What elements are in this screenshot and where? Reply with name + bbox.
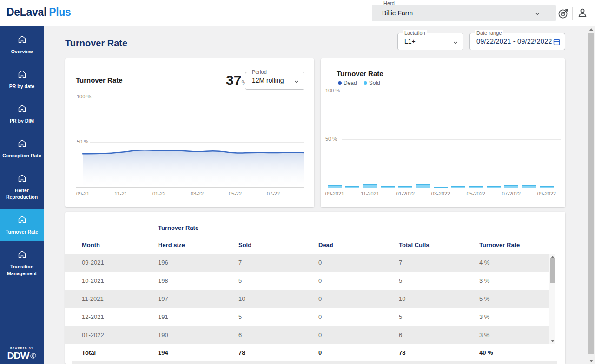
calendar-icon[interactable] (553, 38, 561, 48)
x-tick-label: 07-22 (267, 191, 280, 196)
sidebar-item-conception-rate[interactable]: Conception Rate (0, 133, 44, 165)
total-cell: 40 % (479, 349, 549, 356)
bar-09-2022 (540, 186, 554, 188)
logo-delaval: DeLaval (7, 6, 46, 18)
x-tick-label: 09-21 (76, 191, 89, 196)
table-cell: 3 % (479, 332, 549, 338)
sidebar-item-label: Transition Management (1, 263, 42, 277)
scroll-down-button[interactable] (549, 338, 555, 344)
sidebar-nav: OverviewPR by datePR by DIMConception Ra… (0, 26, 44, 364)
sidebar-item-transition-management[interactable]: Transition Management (0, 244, 44, 282)
legend-item-dead[interactable]: Dead (338, 80, 357, 86)
table-header-row: MonthHerd sizeSoldDeadTotal CullsTurnove… (65, 236, 549, 254)
date-range-picker[interactable]: Date range 09/22/2021 - 09/22/2022 (469, 33, 565, 50)
table-row-11-2021: 11-2021197100105 % (65, 290, 549, 308)
period-label: Period (250, 69, 269, 75)
x-tick-label: 11-2021 (361, 191, 379, 196)
account-icon[interactable] (576, 7, 588, 21)
sidebar-item-turnover-rate[interactable]: Turnover Rate (0, 209, 44, 241)
sidebar-item-pr-by-date[interactable]: PR by date (0, 64, 44, 96)
table-cell: 09-2021 (82, 259, 158, 266)
sidebar-item-label: PR by DIM (10, 117, 34, 124)
x-tick-label: 09-2021 (325, 191, 344, 196)
sidebar-item-pr-by-dim[interactable]: PR by DIM (0, 98, 44, 130)
table-row-01-2022: 01-20221906063 % (65, 326, 549, 344)
table-cell: 5 (399, 277, 479, 284)
page-scrollbar[interactable] (588, 26, 595, 364)
total-cell: Total (82, 349, 158, 356)
table-cell: 6 (238, 332, 318, 338)
scroll-up-button[interactable] (588, 26, 595, 32)
herd-select[interactable]: Billie Farm (372, 5, 556, 21)
x-tick-label: 03-22 (191, 191, 204, 196)
app-logo: DeLavalPlus (7, 6, 71, 19)
table-body: 09-20211967074 %10-20211985053 %11-20211… (65, 254, 549, 344)
table-cell: 191 (158, 313, 238, 320)
sidebar-item-label: Heifer Reproduction (1, 187, 42, 201)
column-header-total-culls: Total Culls (399, 241, 479, 248)
table-cell: 10 (238, 295, 318, 302)
bar-05-2022 (469, 186, 483, 188)
table-cell: 10-2021 (82, 277, 158, 284)
bar-card-title: Turnover Rate (337, 70, 383, 78)
table-cell: 5 (399, 313, 479, 320)
table-cell: 196 (158, 259, 238, 266)
goals-target-icon[interactable] (557, 7, 570, 21)
table-bottom-strip (72, 361, 557, 364)
table-scrollbar[interactable] (549, 254, 555, 344)
table-cell: 0 (318, 259, 399, 266)
turnover-table-card: Turnover Rate MonthHerd sizeSoldDeadTota… (65, 212, 565, 364)
chevron-down-icon (294, 78, 299, 86)
legend-label: Dead (344, 80, 357, 86)
table-cell: 01-2022 (82, 332, 158, 338)
legend-dot (338, 81, 342, 85)
header-divider (572, 6, 573, 20)
x-tick-label: 05-2022 (467, 191, 485, 196)
x-tick-label: 03-2022 (431, 191, 450, 196)
bar-07-2022 (504, 185, 518, 188)
column-header-turnover-rate: Turnover Rate (479, 241, 549, 248)
date-range-value: 09/22/2021 - 09/22/2022 (476, 38, 552, 45)
table-cell: 3 % (479, 277, 549, 284)
x-tick-label: 07-2022 (502, 191, 521, 196)
table-cell: 0 (318, 295, 399, 302)
scrollbar-thumb[interactable] (588, 33, 594, 354)
scrollbar-thumb[interactable] (550, 258, 555, 283)
column-header-sold: Sold (238, 241, 318, 248)
lactation-select[interactable]: Lactation L1+ (397, 33, 463, 50)
table-cell: 198 (158, 277, 238, 284)
top-bar: DeLavalPlus Herd Billie Farm (0, 0, 595, 26)
logo-plus: Plus (49, 6, 71, 18)
line-chart (77, 97, 304, 188)
bar-02-2022 (416, 184, 430, 188)
x-tick-label: 11-21 (114, 191, 127, 196)
legend-item-sold[interactable]: Sold (364, 80, 380, 86)
legend-dot (364, 81, 367, 85)
home-icon (17, 69, 27, 81)
lactation-value: L1+ (404, 38, 416, 45)
table-row-09-2021: 09-20211967074 % (65, 254, 549, 272)
period-select[interactable]: Period 12M rolling (245, 72, 304, 90)
table-row-12-2021: 12-20211915053 % (65, 308, 549, 326)
chevron-down-icon (453, 39, 458, 47)
home-icon (17, 214, 27, 226)
home-icon (17, 173, 27, 185)
sidebar-item-overview[interactable]: Overview (0, 29, 44, 61)
table-cell: 0 (318, 277, 399, 284)
kpi-value: 37 (226, 72, 241, 88)
chart-legend: DeadSold (338, 80, 380, 86)
table-cell: 5 (238, 277, 318, 284)
x-axis-line (325, 188, 561, 188)
table-cell: 0 (318, 332, 399, 338)
sidebar-item-heifer-reproduction[interactable]: Heifer Reproduction (0, 168, 44, 206)
x-tick-label: 09-2022 (537, 191, 556, 196)
home-icon (17, 104, 27, 115)
bar-11-2021 (363, 184, 377, 188)
x-tick-label: 05-22 (229, 191, 242, 196)
date-range-label: Date range (475, 30, 503, 36)
lactation-label: Lactation (403, 30, 427, 36)
table-cell: 3 % (479, 313, 549, 320)
table-title: Turnover Rate (158, 224, 198, 231)
scroll-down-button[interactable] (588, 358, 595, 364)
sidebar-item-label: PR by date (9, 83, 34, 90)
